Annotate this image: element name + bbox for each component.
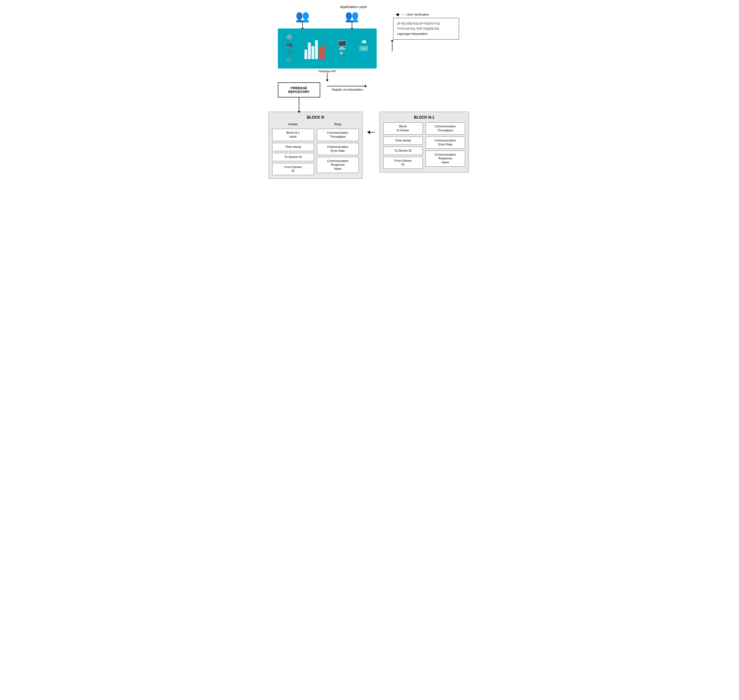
user-verification-label: User Verification	[407, 13, 429, 16]
block-n1-item-1: Time stamp	[383, 137, 423, 145]
left-icons: ⚙️ 📺 🎵 🛒	[286, 34, 292, 63]
search-icon: 🔍	[339, 51, 345, 57]
block-n1: BLOCK N-1 BlockN-2Hash Time stamp To Dev…	[379, 112, 469, 172]
register-section: Register via interpolation	[327, 85, 367, 91]
block-n1-item-2: To Device ID	[383, 147, 423, 155]
block-n-body-label: Body	[317, 122, 359, 126]
music-icon: 🎵	[286, 49, 292, 55]
blocks-section: BLOCK N Header Block N-1Hash Time stamp …	[269, 112, 471, 179]
cloud-icon: ☁️	[361, 39, 367, 44]
register-line-container	[327, 85, 367, 88]
globe-icon: 🌐	[361, 53, 367, 58]
code-badge: </>	[359, 46, 368, 51]
bar-chart	[304, 38, 325, 59]
arrow-to-firebase	[327, 73, 328, 80]
firebase-repo-label: FIREBASE REPOSITORY	[288, 86, 310, 94]
block-n1-body-col: CommunicationThroughput CommunicationErr…	[426, 122, 465, 169]
dashed-arrow-indicator: ◀- - -	[395, 12, 405, 17]
block-n1-content: BlockN-2Hash Time stamp To Device ID Fro…	[383, 122, 465, 169]
block-n1-body-item-2: CommunicationResponseValue	[426, 151, 465, 167]
arrow-to-blocks	[299, 97, 299, 112]
analytics-inner: ⚙️ 📺 🎵 🛒	[278, 28, 377, 69]
block-n-title: BLOCK N	[272, 115, 359, 119]
block-n-body-item-0: CommunicationThroughput	[317, 129, 359, 141]
firebase-api-label: Firebase API	[318, 69, 336, 73]
cart-icon: 🛒	[286, 57, 292, 63]
firebase-row: FIREBASE REPOSITORY Register via interpo…	[278, 80, 377, 112]
block-n-body-col: Body CommunicationThroughput Communicati…	[317, 122, 359, 175]
top-row: Application Layer 👥 👥 ⚙️ 📺	[269, 5, 471, 112]
formula-line3: Lagrange Interpolation	[397, 31, 455, 37]
gear-icon: ⚙️	[286, 34, 292, 40]
analytics-box: ⚙️ 📺 🎵 🛒	[278, 28, 377, 69]
firebase-repo-box: FIREBASE REPOSITORY	[278, 82, 320, 97]
monitor-icon: 🖥️	[337, 40, 348, 50]
block-n1-body-item-0: CommunicationThroughput	[426, 122, 465, 135]
block-n-item-0: Block N-1Hash	[272, 129, 314, 141]
firebase-left: FIREBASE REPOSITORY	[278, 80, 320, 112]
formula-line1: (X-X1) /(X2-X1)=(Y-Y1)/(Y2-Y1)	[397, 21, 455, 26]
block-n-item-2: To Device ID	[272, 153, 314, 161]
block-n-header-col: Header Block N-1Hash Time stamp To Devic…	[272, 122, 314, 175]
block-n: BLOCK N Header Block N-1Hash Time stamp …	[269, 112, 363, 179]
block-n-item-3: From DeviceID	[272, 163, 314, 175]
user-left-icon: 👥	[295, 10, 310, 22]
formula-line2: Y=Y1+(X-X1) *(Y2-Y1)/(X2-X1)	[397, 26, 455, 31]
user-right-icon: 👥	[345, 10, 359, 22]
block-n1-item-0: BlockN-2Hash	[383, 122, 423, 135]
right-section: ☁️ </> 🌐	[359, 39, 368, 58]
monitor-section: 🖥️ 🔍	[337, 40, 348, 57]
block-n1-item-3: From DeviceID	[383, 157, 423, 169]
main-layout: Application Layer 👥 👥 ⚙️ 📺	[269, 5, 471, 179]
block-n-content: Header Block N-1Hash Time stamp To Devic…	[272, 122, 359, 175]
user-verification-row: ◀- - - User Verification	[395, 12, 429, 17]
formula-up-arrow	[391, 40, 394, 51]
inter-block-arrow	[367, 112, 375, 134]
user-left: 👥	[295, 10, 310, 28]
block-n1-title: BLOCK N-1	[383, 115, 465, 119]
register-label: Register via interpolation	[332, 88, 363, 91]
block-n1-body-item-1: CommunicationError Rate	[426, 137, 465, 149]
users-row: 👥 👥	[278, 10, 377, 28]
top-right: ◀- - - User Verification (X-X1) /(X2-X1)…	[386, 5, 466, 51]
block-n-header-label: Header	[272, 122, 314, 126]
top-left: Application Layer 👥 👥 ⚙️ 📺	[269, 5, 386, 112]
video-icon: 📺	[286, 42, 292, 48]
block-n-item-1: Time stamp	[272, 143, 314, 151]
formula-box: (X-X1) /(X2-X1)=(Y-Y1)/(Y2-Y1) Y=Y1+(X-X…	[393, 18, 459, 40]
block-n-body-item-1: CommunicationError Rate	[317, 143, 359, 155]
block-n-body-item-2: CommunicationResponseValue	[317, 157, 359, 173]
block-n1-header-col: BlockN-2Hash Time stamp To Device ID Fro…	[383, 122, 423, 169]
user-right: 👥	[345, 10, 359, 28]
app-layer-label: Application Layer	[340, 5, 367, 9]
